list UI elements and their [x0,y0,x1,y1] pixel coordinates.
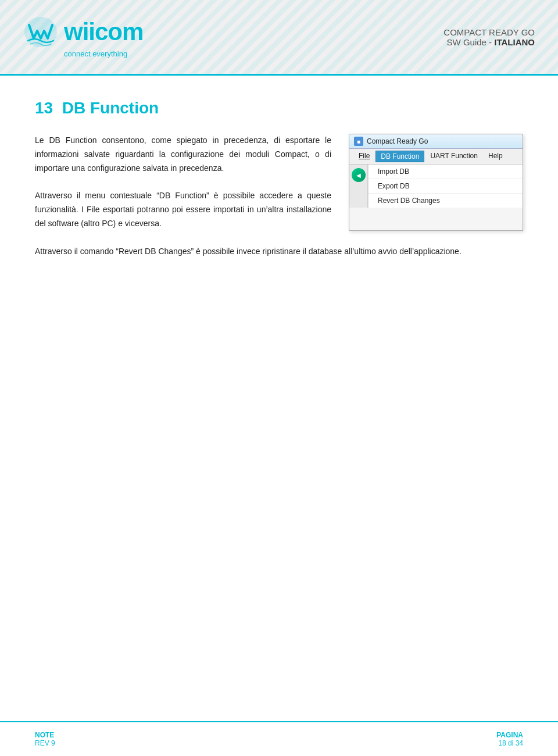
page-content: 13 DB Function Le DB Function consentono… [0,76,558,316]
app-titlebar-icon: ■ [354,137,363,146]
note-value: REV 9 [35,739,55,747]
app-screenshot: ■ Compact Ready Go File DB Function UART… [349,134,523,231]
chapter-name: DB Function [62,99,159,117]
chapter-title: 13 DB Function [35,99,523,117]
logo-text-com: com [95,18,143,45]
guide-label: SW Guide - [447,37,495,47]
page-header: wiicom connect everything COMPACT READY … [0,0,558,76]
app-sidebar: ◀ [349,165,368,208]
page-value: 18 di 34 [496,739,523,747]
header-right: COMPACT READY GO SW Guide - ITALIANO [443,27,535,47]
intro-text: Le DB Function consentono, come spiegato… [35,134,331,231]
logo-text: wiicom [64,20,143,44]
footer-right: PAGINA 18 di 34 [496,731,523,747]
page-label: PAGINA [496,731,523,739]
logo-brand: wiicom [23,16,143,48]
logo-tagline: connect everything [64,49,143,58]
dropdown-export-db: Export DB [369,179,523,194]
menu-item-help: Help [484,151,507,162]
logo-area: wiicom connect everything [23,16,143,58]
paragraph-2: Attraverso il menu contestuale “DB Funct… [35,189,331,230]
guide-lang: ITALIANO [494,37,535,47]
app-title-text: Compact Ready Go [367,137,428,145]
wiicom-logo-icon [23,16,58,48]
paragraph-1: Le DB Function consentono, come spiegato… [35,134,331,175]
logo-text-wii: wii [64,18,95,45]
menu-item-file: File [354,151,374,162]
chapter-number: 13 [35,99,53,117]
app-dropdown-menu: Import DB Export DB Revert DB Changes [368,165,523,208]
note-label: NOTE [35,731,55,739]
dropdown-revert-db: Revert DB Changes [369,194,523,208]
menu-item-uart: UART Function [425,151,482,162]
app-menubar: File DB Function UART Function Help [349,149,523,165]
footer-left: NOTE REV 9 [35,731,55,747]
product-name: COMPACT READY GO [443,27,535,37]
intro-section: Le DB Function consentono, come spiegato… [35,134,523,231]
app-titlebar: ■ Compact Ready Go [349,134,523,149]
guide-name: SW Guide - ITALIANO [443,37,535,47]
app-body: ◀ Import DB Export DB Revert DB Changes [349,165,523,208]
dropdown-import-db: Import DB [369,165,523,179]
menu-item-dbfunction: DB Function [375,151,424,162]
page-footer: NOTE REV 9 PAGINA 18 di 34 [0,721,558,756]
paragraph-3: Attraverso il comando “Revert DB Changes… [35,245,523,259]
svg-point-0 [24,17,57,47]
app-sidebar-button: ◀ [352,168,366,182]
